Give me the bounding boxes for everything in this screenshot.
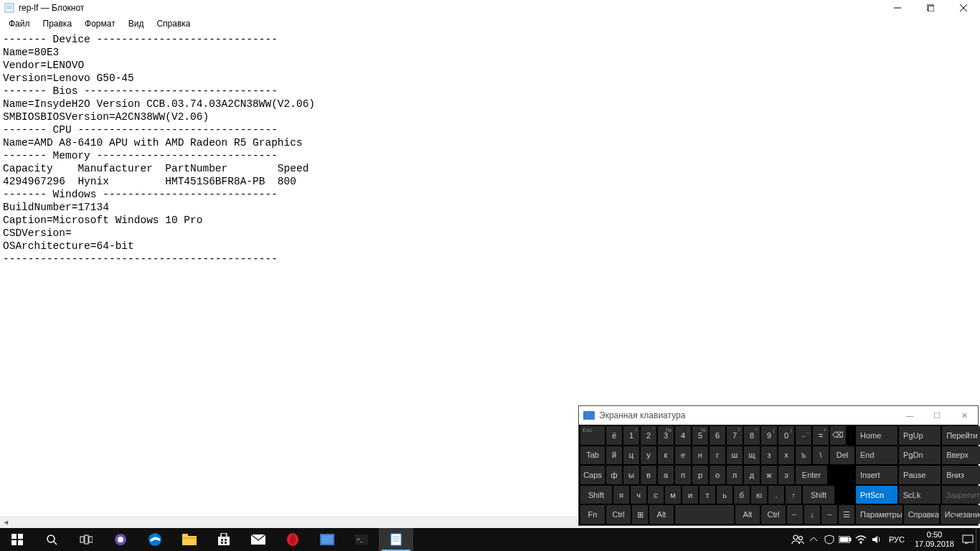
key-Caps[interactable]: Caps xyxy=(580,466,605,484)
key-ю[interactable]: ю xyxy=(751,486,767,504)
key-Справка[interactable]: Справка xyxy=(904,505,939,524)
key-.[interactable]: . xyxy=(768,486,784,504)
key-и[interactable]: и xyxy=(682,486,698,504)
osk-titlebar[interactable]: Экранная клавиатура — ☐ ✕ xyxy=(579,406,978,425)
key-PgUp[interactable]: PgUp xyxy=(899,426,941,445)
key-Esc[interactable]: Esc xyxy=(580,426,605,445)
key-=[interactable]: =+ xyxy=(813,426,829,445)
menu-view[interactable]: Вид xyxy=(123,17,150,30)
battery-icon[interactable] xyxy=(837,528,853,551)
show-desktop-button[interactable] xyxy=(976,528,980,551)
key-Перейти[interactable]: Перейти xyxy=(942,426,980,445)
key-Исчезание[interactable]: Исчезание xyxy=(941,505,980,524)
key-ы[interactable]: ы xyxy=(623,466,639,484)
key-PrtScn[interactable]: PrtScn xyxy=(856,486,897,504)
minimize-button[interactable] xyxy=(881,0,914,16)
key-6[interactable]: 6: xyxy=(710,426,725,445)
key-э[interactable]: э xyxy=(778,466,794,484)
key-Параметры[interactable]: Параметры xyxy=(856,505,903,524)
key-б[interactable]: б xyxy=(734,486,750,504)
key-3[interactable]: 3№ xyxy=(658,426,674,445)
key-8[interactable]: 8* xyxy=(744,426,760,445)
key-ё[interactable]: ё xyxy=(606,426,622,445)
wifi-icon[interactable] xyxy=(853,528,869,551)
opera-icon[interactable] xyxy=(275,528,310,551)
key-⊞[interactable]: ⊞ xyxy=(632,505,648,524)
key-\[interactable]: \ xyxy=(813,446,829,465)
key-й[interactable]: й xyxy=(606,446,622,465)
key-ш[interactable]: ш xyxy=(727,446,743,465)
notifications-icon[interactable] xyxy=(960,528,976,551)
key-ч[interactable]: ч xyxy=(631,486,646,504)
key-5[interactable]: 5% xyxy=(692,426,708,445)
notepad-taskbar-icon[interactable] xyxy=(379,528,413,551)
close-button[interactable] xyxy=(947,0,980,16)
search-button[interactable] xyxy=(34,528,69,551)
key-Shift[interactable]: Shift xyxy=(580,486,612,504)
key-⌫[interactable]: ⌫ xyxy=(830,426,846,445)
key-ь[interactable]: ь xyxy=(717,486,732,504)
key-End[interactable]: End xyxy=(856,446,897,465)
key-т[interactable]: т xyxy=(699,486,715,504)
key-Enter[interactable]: Enter xyxy=(796,466,827,484)
people-icon[interactable] xyxy=(790,528,806,551)
scroll-left-button[interactable]: ◄ xyxy=(0,516,12,528)
edge-icon[interactable] xyxy=(138,528,172,551)
key-9[interactable]: 9( xyxy=(761,426,777,445)
key-о[interactable]: о xyxy=(710,466,725,484)
key-↑[interactable]: ↑ xyxy=(786,486,801,504)
key-☰[interactable]: ☰ xyxy=(839,505,854,524)
key-р[interactable]: р xyxy=(692,466,708,484)
osk-minimize-button[interactable]: — xyxy=(896,406,923,425)
taskview-button[interactable] xyxy=(69,528,103,551)
key-с[interactable]: с xyxy=(648,486,664,504)
key-Alt[interactable]: Alt xyxy=(735,505,760,524)
key-Alt[interactable]: Alt xyxy=(649,505,674,524)
key-к[interactable]: к xyxy=(658,446,674,465)
clock[interactable]: 0:50 17.09.2018 xyxy=(909,530,960,549)
key-Ctrl[interactable]: Ctrl xyxy=(606,505,631,524)
key-н[interactable]: н xyxy=(692,446,708,465)
key-Del[interactable]: Del xyxy=(830,446,854,465)
key-я[interactable]: я xyxy=(613,486,629,504)
titlebar[interactable]: rep-lf — Блокнот xyxy=(0,0,980,16)
key-а[interactable]: а xyxy=(658,466,674,484)
key-ц[interactable]: ц xyxy=(623,446,639,465)
key-ъ[interactable]: ъ xyxy=(796,446,811,465)
key-Закрепить[interactable]: Закрепить xyxy=(942,486,981,504)
key-Insert[interactable]: Insert xyxy=(856,466,897,484)
app-icon-1[interactable] xyxy=(310,528,344,551)
menu-format[interactable]: Формат xyxy=(79,17,121,30)
key-0[interactable]: 0) xyxy=(778,426,794,445)
key-м[interactable]: м xyxy=(665,486,681,504)
key-Fn[interactable]: Fn xyxy=(580,505,605,524)
cortana-icon[interactable] xyxy=(103,528,138,551)
key-Вверх[interactable]: Вверх xyxy=(942,446,980,465)
mail-icon[interactable] xyxy=(241,528,275,551)
key-х[interactable]: х xyxy=(778,446,794,465)
key-д[interactable]: д xyxy=(744,466,760,484)
menu-help[interactable]: Справка xyxy=(151,17,196,30)
key-PgDn[interactable]: PgDn xyxy=(899,446,941,465)
volume-icon[interactable] xyxy=(869,528,885,551)
key-у[interactable]: у xyxy=(641,446,656,465)
store-icon[interactable] xyxy=(207,528,241,551)
tray-up-icon[interactable] xyxy=(806,528,821,551)
key-space[interactable] xyxy=(675,505,734,524)
key-→[interactable]: → xyxy=(821,505,837,524)
osk-maximize-button[interactable]: ☐ xyxy=(923,406,951,425)
key-з[interactable]: з xyxy=(761,446,777,465)
key-л[interactable]: л xyxy=(727,466,743,484)
key-Tab[interactable]: Tab xyxy=(580,446,605,465)
menu-file[interactable]: Файл xyxy=(3,17,36,30)
key-п[interactable]: п xyxy=(675,466,691,484)
cmd-icon[interactable]: >_ xyxy=(344,528,379,551)
key-Shift[interactable]: Shift xyxy=(803,486,834,504)
key-ScLk[interactable]: ScLk xyxy=(899,486,941,504)
key-ж[interactable]: ж xyxy=(761,466,777,484)
key-↓[interactable]: ↓ xyxy=(804,505,820,524)
key-←[interactable]: ← xyxy=(787,505,803,524)
key-Pause[interactable]: Pause xyxy=(899,466,941,484)
key-в[interactable]: в xyxy=(641,466,656,484)
key-Home[interactable]: Home xyxy=(856,426,897,445)
